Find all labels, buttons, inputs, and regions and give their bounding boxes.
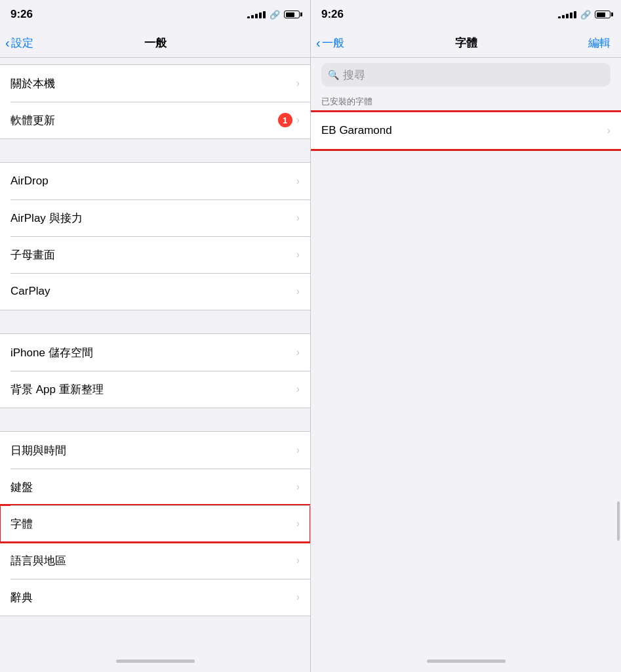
section-gap-bottom <box>0 616 310 639</box>
left-scroll-area[interactable]: 關於本機 › 軟體更新 1 › AirDrop <box>0 58 310 650</box>
section-gap-2 <box>0 139 310 162</box>
list-item-carplay[interactable]: CarPlay › <box>0 273 310 310</box>
left-section-2: AirDrop › AirPlay 與接力 › 子母畫面 › <box>0 162 310 310</box>
carplay-chevron-icon: › <box>296 285 300 297</box>
storage-chevron-icon: › <box>296 346 300 358</box>
right-home-bar <box>427 660 506 663</box>
signal-icon <box>247 11 266 18</box>
software-update-badge: 1 <box>278 113 292 127</box>
scroll-indicator <box>617 501 620 541</box>
search-bar-wrapper: 🔍 搜尋 <box>311 58 621 92</box>
software-update-chevron-icon: › <box>296 114 300 126</box>
list-item-software-update[interactable]: 軟體更新 1 › <box>0 102 310 138</box>
left-section-3: iPhone 儲存空間 › 背景 App 重新整理 › <box>0 333 310 408</box>
right-nav-bar: ‹ 一般 字體 編輯 <box>311 29 621 58</box>
eb-garamond-chevron-icon: › <box>607 125 611 136</box>
search-bar[interactable]: 🔍 搜尋 <box>321 63 611 87</box>
background-app-chevron-icon: › <box>296 383 300 395</box>
about-label: 關於本機 <box>10 76 55 91</box>
airplay-chevron-icon: › <box>296 212 300 224</box>
left-nav-bar: ‹ 設定 一般 <box>0 29 310 58</box>
wifi-icon: 🔗 <box>270 10 280 20</box>
search-placeholder: 搜尋 <box>343 68 365 83</box>
eb-garamond-label: EB Garamond <box>321 124 392 137</box>
software-update-label: 軟體更新 <box>10 113 55 128</box>
right-edit-button[interactable]: 編輯 <box>588 35 611 51</box>
carplay-label: CarPlay <box>10 285 50 298</box>
airdrop-label: AirDrop <box>10 175 49 188</box>
left-status-time: 9:26 <box>10 8 33 21</box>
list-item-storage[interactable]: iPhone 儲存空間 › <box>0 334 310 371</box>
left-panel: 9:26 🔗 ‹ 設定 一般 <box>0 0 310 672</box>
datetime-label: 日期與時間 <box>10 443 66 458</box>
about-chevron-icon: › <box>296 77 300 89</box>
right-back-button[interactable]: ‹ 一般 <box>316 35 344 51</box>
section-gap-3 <box>0 310 310 333</box>
search-icon: 🔍 <box>328 70 339 80</box>
list-item-airdrop[interactable]: AirDrop › <box>0 163 310 200</box>
list-item-airplay[interactable]: AirPlay 與接力 › <box>0 200 310 236</box>
list-item-pip[interactable]: 子母畫面 › <box>0 236 310 273</box>
right-panel: 9:26 🔗 ‹ 一般 字體 編輯 🔍 搜尋 <box>311 0 621 672</box>
list-item-dictionary[interactable]: 辭典 › <box>0 579 310 616</box>
airplay-label: AirPlay 與接力 <box>10 211 83 226</box>
right-status-bar: 9:26 🔗 <box>311 0 621 29</box>
list-item-datetime[interactable]: 日期與時間 › <box>0 432 310 469</box>
list-item-eb-garamond[interactable]: EB Garamond › <box>311 112 621 149</box>
right-signal-icon <box>558 11 576 18</box>
fonts-chevron-icon: › <box>296 518 300 530</box>
right-wifi-icon: 🔗 <box>580 10 591 20</box>
right-status-icons: 🔗 <box>558 10 611 20</box>
storage-label: iPhone 儲存空間 <box>10 345 93 360</box>
keyboard-chevron-icon: › <box>296 481 300 493</box>
background-app-label: 背景 App 重新整理 <box>10 382 104 397</box>
left-nav-title: 一般 <box>144 35 167 51</box>
left-home-bar <box>116 660 195 663</box>
left-back-chevron-icon: ‹ <box>5 35 10 51</box>
datetime-chevron-icon: › <box>296 444 300 456</box>
left-back-label: 設定 <box>11 35 33 51</box>
installed-section-header: 已安裝的字體 <box>311 92 621 112</box>
keyboard-label: 鍵盤 <box>10 480 33 495</box>
right-installed-section: EB Garamond › <box>311 112 621 150</box>
right-empty-area <box>311 150 621 650</box>
right-home-indicator <box>311 650 621 672</box>
dictionary-chevron-icon: › <box>296 591 300 603</box>
left-section-4: 日期與時間 › 鍵盤 › 字體 › <box>0 431 310 616</box>
left-status-bar: 9:26 🔗 <box>0 0 310 29</box>
left-section-1: 關於本機 › 軟體更新 1 › <box>0 64 310 139</box>
list-item-background-app[interactable]: 背景 App 重新整理 › <box>0 371 310 408</box>
dictionary-label: 辭典 <box>10 590 33 605</box>
right-nav-title: 字體 <box>455 35 477 51</box>
right-status-time: 9:26 <box>321 8 344 21</box>
left-back-button[interactable]: ‹ 設定 <box>5 35 33 51</box>
right-battery-icon <box>595 10 611 18</box>
right-back-chevron-icon: ‹ <box>316 35 321 51</box>
list-item-fonts[interactable]: 字體 › <box>0 505 310 542</box>
battery-icon <box>284 10 300 18</box>
airdrop-chevron-icon: › <box>296 175 300 187</box>
list-item-keyboard[interactable]: 鍵盤 › <box>0 469 310 505</box>
language-label: 語言與地區 <box>10 553 66 568</box>
right-back-label: 一般 <box>322 35 344 51</box>
fonts-label: 字體 <box>10 516 33 532</box>
list-item-language[interactable]: 語言與地區 › <box>0 542 310 579</box>
pip-label: 子母畫面 <box>10 247 55 262</box>
section-gap-1 <box>0 58 310 64</box>
left-home-indicator <box>0 650 310 672</box>
section-gap-4 <box>0 408 310 431</box>
language-chevron-icon: › <box>296 555 300 566</box>
pip-chevron-icon: › <box>296 249 300 261</box>
left-status-icons: 🔗 <box>247 10 300 20</box>
list-item-about[interactable]: 關於本機 › <box>0 65 310 102</box>
